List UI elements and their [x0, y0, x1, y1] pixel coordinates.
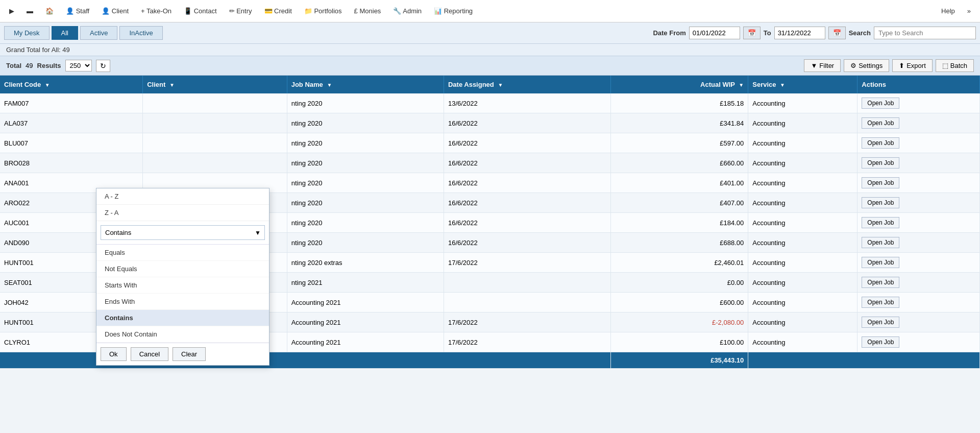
nav-contact[interactable]: 📱 Contact — [179, 4, 222, 18]
nav-home[interactable]: 🏠 — [40, 4, 59, 18]
cell-service: Accounting — [748, 113, 857, 133]
open-job-button[interactable]: Open Job — [862, 336, 899, 348]
search-input[interactable] — [874, 27, 976, 39]
cell-actions: Open Job — [857, 213, 980, 233]
sort-za[interactable]: Z - A — [96, 205, 269, 221]
nav-more[interactable]: » — [962, 4, 976, 18]
sort-az[interactable]: A - Z — [96, 188, 269, 205]
cell-date-assigned: 13/6/2022 — [444, 93, 610, 113]
cell-job-name: nting 2020 extras — [287, 253, 444, 273]
filter-clear-button[interactable]: Clear — [173, 347, 206, 361]
cell-service: Accounting — [748, 332, 857, 352]
nav-admin[interactable]: 🔧 Admin — [388, 4, 427, 18]
filter-button[interactable]: ▼ Filter — [804, 59, 841, 72]
total-empty-cell — [748, 352, 980, 369]
results-select[interactable]: 250 100 500 — [65, 60, 92, 71]
date-from-calendar[interactable]: 📅 — [743, 27, 761, 39]
col-job-name[interactable]: Job Name ▼ — [287, 76, 444, 93]
cell-actions: Open Job — [857, 113, 980, 133]
col-client-code[interactable]: Client Code ▼ — [0, 76, 143, 93]
col-date-assigned[interactable]: Date Assigned ▼ — [444, 76, 610, 93]
open-job-button[interactable]: Open Job — [862, 177, 899, 188]
nav-entry[interactable]: ✏ Entry — [224, 4, 257, 18]
cell-service: Accounting — [748, 312, 857, 332]
refresh-button[interactable]: ↻ — [96, 60, 110, 72]
cell-job-name: nting 2020 — [287, 233, 444, 253]
cell-actions: Open Job — [857, 332, 980, 352]
open-job-button[interactable]: Open Job — [862, 257, 899, 268]
open-job-button[interactable]: Open Job — [862, 197, 899, 208]
cell-actual-wip: £597.00 — [611, 133, 748, 153]
nav-reporting[interactable]: 📊 Reporting — [429, 4, 478, 18]
nav-client[interactable]: 👤 Client — [96, 4, 134, 18]
cell-actions: Open Job — [857, 312, 980, 332]
filter-option[interactable]: Not Equals — [96, 261, 269, 277]
tab-active[interactable]: Active — [80, 26, 117, 40]
nav-help[interactable]: Help — [936, 4, 960, 18]
filter-option[interactable]: Contains — [96, 310, 269, 326]
settings-icon: ⚙ — [850, 62, 856, 69]
nav-portfolios[interactable]: 📁 Portfolios — [299, 4, 347, 18]
filter-condition-select[interactable]: EqualsNot EqualsStarts WithEnds WithCont… — [101, 225, 265, 240]
open-job-button[interactable]: Open Job — [862, 117, 899, 129]
cell-actual-wip: £600.00 — [611, 293, 748, 312]
cell-date-assigned: 16/6/2022 — [444, 133, 610, 153]
date-section: Date From 📅 To 📅 Search — [653, 27, 976, 39]
open-job-button[interactable]: Open Job — [862, 98, 899, 109]
cell-client — [143, 113, 287, 133]
open-job-button[interactable]: Open Job — [862, 237, 899, 248]
date-to-input[interactable] — [774, 27, 825, 39]
cell-service: Accounting — [748, 253, 857, 273]
nav-staff[interactable]: 👤 👤 StaffStaff — [61, 4, 94, 18]
filter-option[interactable]: Starts With — [96, 277, 269, 294]
filter-option[interactable]: Does Not Contain — [96, 326, 269, 343]
open-job-button[interactable]: Open Job — [862, 297, 899, 308]
table-toolbar: Total 49 Results 250 100 500 ↻ ▼ Filter … — [0, 56, 980, 76]
cell-service: Accounting — [748, 213, 857, 233]
grand-total-text: Grand Total for All: 49 — [6, 46, 70, 54]
nav-monies[interactable]: £ Monies — [349, 4, 386, 18]
tab-all[interactable]: All — [52, 26, 78, 40]
cell-actions: Open Job — [857, 173, 980, 193]
open-job-button[interactable]: Open Job — [862, 217, 899, 228]
filter-option[interactable]: Ends With — [96, 294, 269, 310]
cell-date-assigned: 17/6/2022 — [444, 332, 610, 352]
filter-cancel-button[interactable]: Cancel — [131, 347, 168, 361]
filter-icon: ▼ — [811, 62, 817, 69]
nav-credit[interactable]: 💳 Credit — [259, 4, 297, 18]
export-button[interactable]: ⬆ Export — [892, 59, 933, 72]
cell-actions: Open Job — [857, 93, 980, 113]
open-job-button[interactable]: Open Job — [862, 157, 899, 169]
cell-actual-wip: £660.00 — [611, 153, 748, 173]
open-job-button[interactable]: Open Job — [862, 137, 899, 149]
col-client[interactable]: Client ▼ — [143, 76, 287, 93]
cell-client — [143, 93, 287, 113]
table-container: Client Code ▼ Client ▼ Job Name ▼ Date A… — [0, 76, 980, 369]
tab-inactive[interactable]: InActive — [119, 26, 162, 40]
filter-ok-button[interactable]: Ok — [101, 347, 127, 361]
tab-my-desk[interactable]: My Desk — [4, 26, 50, 40]
batch-button[interactable]: ⬚ Batch — [936, 59, 974, 72]
date-from-input[interactable] — [689, 27, 740, 39]
nav-arrow[interactable]: ▶ — [4, 4, 19, 18]
toolbar-actions: ▼ Filter ⚙ Settings ⬆ Export ⬚ Batch — [804, 59, 974, 72]
cell-service: Accounting — [748, 93, 857, 113]
open-job-button[interactable]: Open Job — [862, 317, 899, 328]
col-actions: Actions — [857, 76, 980, 93]
open-job-button[interactable]: Open Job — [862, 277, 899, 288]
cell-service: Accounting — [748, 193, 857, 213]
cell-date-assigned: 16/6/2022 — [444, 113, 610, 133]
table-row: ALA037 nting 2020 16/6/2022 £341.84 Acco… — [0, 113, 980, 133]
cell-client-code: ALA037 — [0, 113, 143, 133]
filter-option[interactable]: Equals — [96, 245, 269, 261]
col-actual-wip[interactable]: Actual WIP ▼ — [611, 76, 748, 93]
nav-menu[interactable]: ▬ — [21, 4, 38, 18]
cell-client-code: FAM007 — [0, 93, 143, 113]
cell-actions: Open Job — [857, 233, 980, 253]
col-service[interactable]: Service ▼ — [748, 76, 857, 93]
cell-actual-wip: £-2,080.00 — [611, 312, 748, 332]
cell-service: Accounting — [748, 293, 857, 312]
nav-takeon[interactable]: + Take-On — [136, 4, 177, 18]
date-to-calendar[interactable]: 📅 — [828, 27, 846, 39]
settings-button[interactable]: ⚙ Settings — [844, 59, 889, 72]
